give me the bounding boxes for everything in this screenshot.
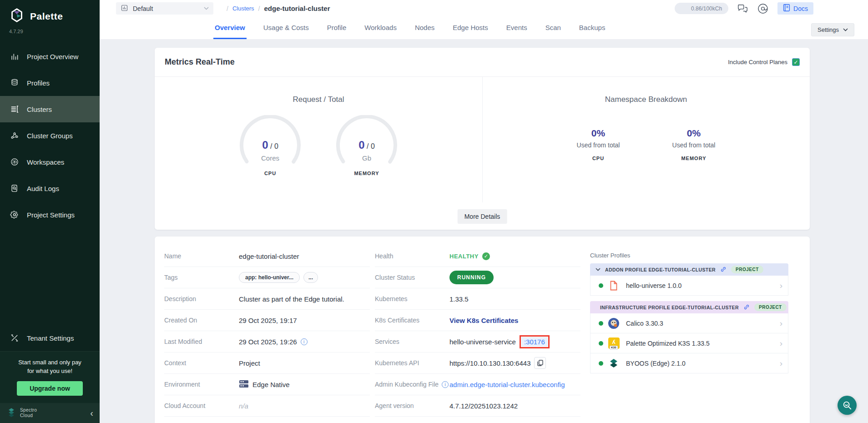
feedback-chat-icon[interactable] [737, 4, 748, 14]
sidebar-item-label: Profiles [27, 79, 50, 87]
calico-icon [608, 317, 620, 329]
palette-logo-icon [8, 7, 25, 26]
detail-row-k8s-certificates: K8s Certificates View K8s Certificates [375, 310, 580, 331]
infrastructure-profile-header[interactable]: INFRASTRUCTURE PROFILE EDGE-TUTORIAL-CLU… [590, 301, 788, 313]
detail-row-kubeconfig: Admin Kubeconfig File i admin.edge-tutor… [375, 374, 580, 395]
sidebar-item-profiles[interactable]: Profiles [0, 70, 100, 96]
project-scope-select[interactable]: Default [116, 2, 213, 15]
sidebar-item-audit-logs[interactable]: Audit Logs [0, 175, 100, 201]
tab-workloads[interactable]: Workloads [363, 17, 398, 39]
version-label: 4.7.29 [0, 27, 100, 37]
details-left-column: Name edge-tutorial-cluster Tags app: hel… [164, 246, 370, 417]
include-control-planes-checkbox[interactable]: ✓ [792, 58, 800, 66]
docs-label: Docs [793, 5, 808, 12]
tab-edge-hosts[interactable]: Edge Hosts [451, 17, 490, 39]
detail-row-created-on: Created On 29 Oct 2025, 19:17 [164, 310, 370, 331]
detail-row-environment: Environment Edge Native [164, 374, 370, 395]
promo-line2: for what you use! [4, 367, 96, 376]
cluster-profiles-title: Cluster Profiles [590, 252, 788, 259]
tab-overview[interactable]: Overview [213, 17, 247, 39]
detail-row-kubernetes-api: Kubernetes API https://10.10.130.130:644… [375, 352, 580, 374]
brand-name: Palette [30, 11, 63, 22]
sidebar-item-clusters[interactable]: Clusters [0, 96, 100, 122]
tools-icon [10, 333, 20, 343]
metrics-title: Metrics Real-Time [165, 57, 235, 67]
cpu-gauge-label: CPU [236, 171, 304, 176]
tab-scan[interactable]: Scan [544, 17, 562, 39]
sidebar-item-label: Project Overview [27, 53, 78, 60]
copy-icon[interactable] [534, 357, 546, 369]
sidebar-item-tenant-settings[interactable]: Tenant Settings [0, 325, 100, 351]
infrastructure-profile-name: INFRASTRUCTURE PROFILE EDGE-TUTORIAL-CLU… [600, 305, 739, 310]
tab-events[interactable]: Events [505, 17, 529, 39]
profile-layer-row-hello-universe[interactable]: hello-universe 1.0.0 › [590, 276, 788, 296]
breadcrumb-separator: / [227, 5, 228, 12]
breadcrumb-clusters-link[interactable]: Clusters [232, 5, 254, 12]
include-control-planes-label: Include Control Planes [728, 59, 787, 65]
topbar-row: Default / Clusters / edge-tutorial-clust… [100, 0, 868, 17]
chevron-down-icon [204, 7, 209, 10]
profile-layer-row-byoos[interactable]: BYOOS (Edge) 2.1.0 › [590, 353, 788, 373]
palette-cluster-overview-page: Palette 4.7.29 Project Overview Profiles [0, 0, 868, 423]
addon-profile-name: ADDON PROFILE EDGE-TUTORIAL-CLUSTER [605, 267, 716, 272]
sidebar-item-cluster-groups[interactable]: Cluster Groups [0, 122, 100, 149]
kubeconfig-download-link[interactable]: admin.edge-tutorial-cluster.kubeconfig [449, 381, 565, 388]
sidebar-nav: Project Overview Profiles Clusters Clust… [0, 43, 100, 228]
cpu-gauge: 0 / 0 Cores CPU [236, 115, 304, 183]
k3s-icon: ʎ K3S [608, 337, 620, 349]
help-search-fab[interactable] [838, 396, 857, 415]
view-k8s-certificates-link[interactable]: View K8s Certificates [449, 317, 518, 324]
addon-profile-header[interactable]: ADDON PROFILE EDGE-TUTORIAL-CLUSTER PROJ… [590, 263, 788, 276]
book-icon [783, 4, 790, 13]
support-at-icon[interactable] [757, 3, 768, 14]
detail-row-health: Health HEALTHY ✓ [375, 246, 580, 267]
sidebar-item-project-settings[interactable]: Project Settings [0, 201, 100, 228]
upgrade-now-button[interactable]: Upgrade now [17, 381, 83, 396]
byoos-icon [608, 358, 620, 369]
project-scope-badge: PROJECT [731, 266, 763, 273]
sidebar-item-project-overview[interactable]: Project Overview [0, 43, 100, 70]
upgrade-promo: Start small and only pay for what you us… [0, 351, 100, 403]
namespace-breakdown-panel: Namespace Breakdown 0% Used from total C… [482, 77, 810, 202]
sidebar-item-label: Project Settings [27, 211, 75, 219]
namespace-breakdown-title: Namespace Breakdown [482, 95, 810, 104]
link-icon [720, 266, 727, 273]
tab-backups[interactable]: Backups [578, 17, 607, 39]
tab-usage-costs[interactable]: Usage & Costs [262, 17, 310, 39]
running-status-badge: RUNNING [449, 271, 494, 284]
info-icon[interactable]: i [442, 381, 449, 388]
sidebar-collapse-arrow[interactable]: ‹ [90, 408, 93, 418]
service-name: hello-universe-service [449, 338, 516, 346]
service-port-link[interactable]: :30176 [521, 337, 548, 347]
spectro-cloud-logo-icon [6, 407, 16, 419]
topbar: Default / Clusters / edge-tutorial-clust… [100, 0, 868, 39]
more-details-button[interactable]: More Details [458, 209, 507, 224]
layer-status-dot [599, 283, 603, 288]
cpu-gauge-value: 0 / 0 [236, 139, 304, 151]
profile-layer-row-calico[interactable]: Calico 3.30.3 › [590, 313, 788, 333]
detail-row-cloud-account: Cloud Account n/a [164, 395, 370, 417]
detail-row-agent-version: Agent version 4.7.12/20251023.1242 [375, 395, 580, 417]
detail-row-context: Context Project [164, 352, 370, 374]
memory-gauge-label: MEMORY [333, 171, 401, 176]
tag-more-chip[interactable]: ... [303, 272, 318, 283]
settings-button[interactable]: Settings [811, 23, 854, 36]
breadcrumb: / Clusters / edge-tutorial-cluster [222, 5, 330, 12]
cluster-tabs: Overview Usage & Costs Profile Workloads… [213, 17, 606, 39]
layer-status-dot [599, 361, 603, 366]
link-icon [743, 304, 750, 311]
breadcrumb-separator: / [258, 5, 260, 12]
tab-profile[interactable]: Profile [326, 17, 348, 39]
vertical-divider [482, 77, 483, 202]
sidebar-item-workspaces[interactable]: Workspaces [0, 149, 100, 175]
info-icon[interactable]: i [301, 338, 308, 345]
request-total-title: Request / Total [155, 95, 482, 104]
docs-button[interactable]: Docs [777, 2, 813, 15]
layer-status-dot [599, 341, 603, 346]
cluster-details-card: Name edge-tutorial-cluster Tags app: hel… [155, 237, 810, 423]
tag-chip[interactable]: app: hello-univer... [239, 272, 300, 283]
profile-layer-row-k3s[interactable]: ʎ K3S Palette Optimized K3S 1.33.5 › [590, 333, 788, 353]
sidebar-item-label: Workspaces [27, 158, 64, 166]
tab-nodes[interactable]: Nodes [414, 17, 436, 39]
chevron-right-icon: › [780, 358, 782, 368]
